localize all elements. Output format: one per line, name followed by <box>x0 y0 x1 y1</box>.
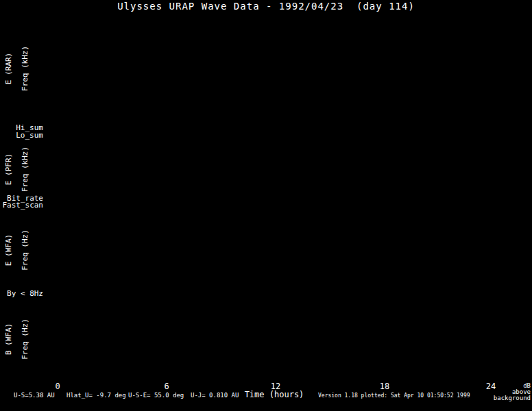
x-tick-0: 0 <box>55 382 60 390</box>
bwfa-freq-axis-label: Freq (Hz) <box>21 319 29 360</box>
ephemeris-hlat: Hlat_U= -9.7 deg <box>66 393 126 399</box>
ewfa-instrument-label: E (WFA) <box>5 234 12 266</box>
x-axis-title: Time (hours) <box>245 390 304 399</box>
rar-instrument-label: E (RAR) <box>5 53 12 84</box>
colorbar-unit-background: background <box>494 395 531 401</box>
urap-wave-data-plot: Ulysses URAP Wave Data - 1992/04/23 (day… <box>0 0 532 411</box>
strip-label-fast-scan: Fast_scan <box>0 201 43 209</box>
spectrogram-canvas <box>0 0 532 411</box>
x-tick-6: 6 <box>164 382 169 390</box>
strip-label-lo-sum: Lo_sum <box>0 132 43 139</box>
strip-label-by-8hz: By < 8Hz <box>0 290 43 297</box>
x-tick-18: 18 <box>380 382 389 390</box>
rar-freq-axis-label: Freq (kHz) <box>21 46 29 91</box>
ephemeris-uj: U-J= 0.810 AU <box>191 393 239 399</box>
plot-title: Ulysses URAP Wave Data - 1992/04/23 (day… <box>0 1 532 11</box>
version-stamp: Version 1.18 plotted: Sat Apr 10 01:50:5… <box>318 393 470 399</box>
ewfa-freq-axis-label: Freq (Hz) <box>21 229 29 271</box>
ephemeris-us: U-S=5.38 AU <box>14 393 55 399</box>
pfr-freq-axis-label: Freq (kHz) <box>21 147 29 192</box>
pfr-instrument-label: E (PFR) <box>5 153 12 185</box>
bwfa-instrument-label: B (WFA) <box>5 323 12 355</box>
x-tick-24: 24 <box>486 382 496 390</box>
ephemeris-use: U-S-E= 55.0 deg <box>128 393 184 399</box>
